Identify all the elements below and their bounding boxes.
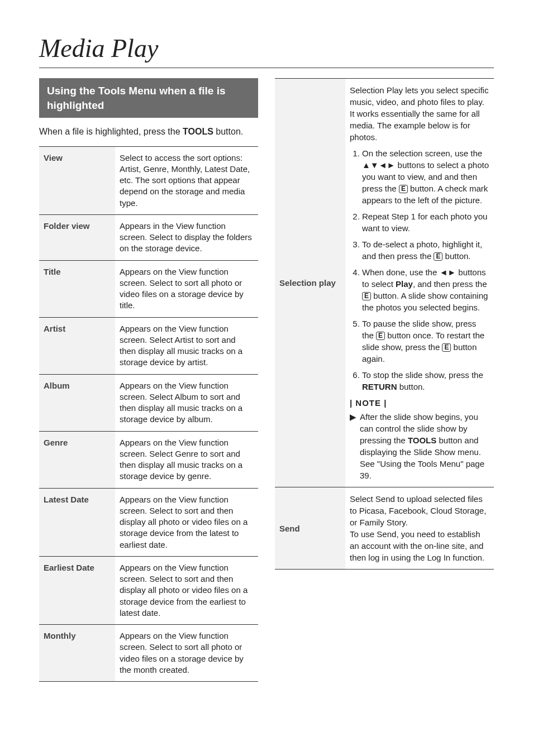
table-row: View Select to access the sort options: … [39, 146, 258, 214]
options-table-right: Selection play Selection Play lets you s… [275, 78, 494, 570]
table-row: Title Appears on the View function scree… [39, 260, 258, 317]
opt-desc: Appears on the View function screen. Sel… [115, 625, 258, 682]
step6-b: button. [397, 382, 425, 391]
step4-play: Play [396, 279, 413, 289]
opt-label: Title [39, 260, 115, 317]
opt-label: Monthly [39, 625, 115, 682]
enter-icon: E [376, 332, 385, 340]
lead-text: When a file is highlighted, press the TO… [39, 126, 258, 138]
opt-desc: Appears on the View function screen. Sel… [115, 488, 258, 556]
opt-label: Genre [39, 431, 115, 488]
right-column: Selection play Selection Play lets you s… [275, 78, 494, 682]
page-title: Media Play [39, 34, 494, 63]
title-rule [39, 68, 494, 68]
opt-label: Send [275, 487, 345, 570]
opt-desc: Appears on the View function screen. Sel… [115, 317, 258, 374]
selection-steps: On the selection screen, use the ▲▼◄► bu… [350, 147, 489, 393]
note-tools: TOOLS [408, 436, 436, 445]
opt-label: Selection play [275, 79, 345, 487]
selection-intro: Selection Play lets you select specific … [350, 84, 489, 143]
lead-bold: TOOLS [183, 127, 213, 136]
left-column: Using the Tools Menu when a file is high… [39, 78, 258, 682]
step3-b: button. [442, 251, 470, 261]
lead-pre: When a file is highlighted, press the [39, 127, 183, 136]
lead-post: button. [213, 127, 243, 136]
opt-desc: Appears on the View function screen. Sel… [115, 556, 258, 624]
table-row: Genre Appears on the View function scree… [39, 431, 258, 488]
table-row: Artist Appears on the View function scre… [39, 317, 258, 374]
opt-label: Folder view [39, 214, 115, 260]
list-item: To de-select a photo, highlight it, and … [362, 238, 489, 262]
bullet-arrow-icon: ▶ [350, 411, 356, 481]
list-item: When done, use the ◄► buttons to select … [362, 266, 489, 313]
table-row: Folder view Appears in the View function… [39, 214, 258, 260]
note-body: After the slide show begins, you can con… [360, 411, 489, 481]
opt-label: Earliest Date [39, 556, 115, 624]
table-row: Album Appears on the View function scree… [39, 374, 258, 431]
opt-label: View [39, 146, 115, 214]
list-item: To pause the slide show, press the E but… [362, 318, 489, 365]
step6-return: RETURN [362, 382, 397, 391]
opt-label: Album [39, 374, 115, 431]
opt-label: Artist [39, 317, 115, 374]
send-cell: Select Send to upload selected files to … [345, 487, 494, 570]
opt-label: Latest Date [39, 488, 115, 556]
enter-icon: E [442, 343, 451, 352]
step4-b: , and then press the [413, 279, 487, 289]
enter-icon: E [362, 292, 371, 300]
note-heading: | NOTE | [350, 397, 489, 409]
selection-play-cell: Selection Play lets you select specific … [345, 79, 494, 487]
send-desc2: To use Send, you need to establish an ac… [350, 528, 489, 563]
list-item: On the selection screen, use the ▲▼◄► bu… [362, 147, 489, 206]
section-subheading: Using the Tools Menu when a file is high… [39, 78, 258, 118]
note-item: ▶ After the slide show begins, you can c… [350, 411, 489, 481]
enter-icon: E [434, 252, 442, 261]
list-item: To stop the slide show, press the RETURN… [362, 369, 489, 393]
enter-icon: E [399, 185, 408, 193]
step6-a: To stop the slide show, press the [362, 370, 483, 380]
table-row: Latest Date Appears on the View function… [39, 488, 258, 556]
opt-desc: Appears on the View function screen. Sel… [115, 374, 258, 431]
opt-desc: Appears on the View function screen. Sel… [115, 431, 258, 488]
table-row: Selection play Selection Play lets you s… [275, 79, 494, 487]
send-desc1: Select Send to upload selected files to … [350, 493, 489, 528]
table-row: Send Select Send to upload selected file… [275, 487, 494, 570]
opt-desc: Appears in the View function screen. Sel… [115, 214, 258, 260]
content-columns: Using the Tools Menu when a file is high… [39, 78, 494, 682]
table-row: Monthly Appears on the View function scr… [39, 625, 258, 682]
options-table-left: View Select to access the sort options: … [39, 146, 258, 682]
list-item: Repeat Step 1 for each photo you want to… [362, 210, 489, 234]
step4-c: button. A slide show containing the phot… [362, 291, 488, 312]
table-row: Earliest Date Appears on the View functi… [39, 556, 258, 624]
opt-desc: Appears on the View function screen. Sel… [115, 260, 258, 317]
opt-desc: Select to access the sort options: Artis… [115, 146, 258, 214]
page-root: Media Play Using the Tools Menu when a f… [0, 0, 533, 756]
